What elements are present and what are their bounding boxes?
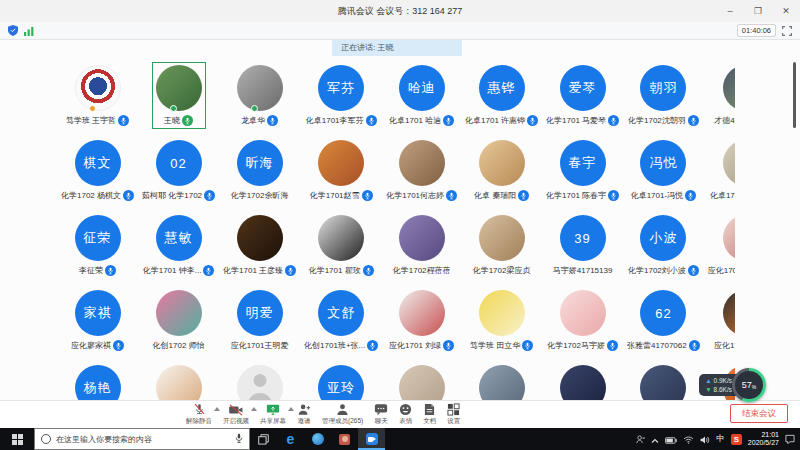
- participant-avatar: 朝羽: [640, 65, 686, 111]
- volume-icon[interactable]: [700, 430, 710, 448]
- document-icon: [424, 403, 435, 416]
- participant-tile[interactable]: 慧敏 化学1701 钟李...: [138, 212, 219, 287]
- participant-avatar: [237, 65, 283, 111]
- notification-center-icon[interactable]: [785, 430, 795, 448]
- participant-tile[interactable]: 化学1701赵雪: [300, 137, 382, 212]
- participant-tile[interactable]: 化学1702马宇娇: [542, 287, 623, 362]
- participant-tile[interactable]: [542, 362, 623, 400]
- participant-tile[interactable]: 爱琴 化学1701 马爱琴: [542, 62, 623, 137]
- tencent-meeting-app-icon[interactable]: [358, 428, 385, 450]
- docs-button[interactable]: 文档: [423, 403, 436, 426]
- participant-name: 笃学班 田立华: [470, 340, 520, 351]
- participant-tile[interactable]: [623, 362, 704, 400]
- status-badge: [170, 105, 177, 112]
- avatar-initials: 惠铧: [488, 79, 516, 97]
- participant-tile[interactable]: 哈迪 化卓1701 哈迪: [382, 62, 461, 137]
- participant-avatar: 军芬: [318, 65, 364, 111]
- participant-tile[interactable]: 化卓1701 史佳瑜: [704, 137, 735, 212]
- participant-tile[interactable]: 应化1701 刘绿: [382, 287, 461, 362]
- participant-tile[interactable]: 应化1701 魏韩: [704, 287, 735, 362]
- share-options-caret[interactable]: [288, 407, 294, 411]
- ime-indicator[interactable]: 中: [716, 433, 725, 445]
- start-video-button[interactable]: 开启视频: [223, 403, 249, 426]
- participant-avatar: [399, 365, 445, 400]
- fullscreen-icon[interactable]: [782, 22, 792, 40]
- emoji-button[interactable]: 表情: [399, 403, 412, 426]
- participant-tile[interactable]: 征荣 李征荣: [57, 212, 138, 287]
- participant-tile[interactable]: 龙卓华: [219, 62, 300, 137]
- unmute-button[interactable]: 解除静音: [186, 403, 212, 426]
- participant-tile[interactable]: 化学1702梁应贞: [461, 212, 542, 287]
- participant-tile[interactable]: 小波 化学1702刘小波: [623, 212, 704, 287]
- taskbar-search-input[interactable]: 在这里输入你要搜索的内容: [34, 428, 250, 450]
- end-meeting-button[interactable]: 结束会议: [730, 404, 788, 423]
- participant-tile[interactable]: 杨艳: [57, 362, 138, 400]
- mic-options-caret[interactable]: [214, 407, 220, 411]
- start-button[interactable]: [0, 428, 34, 450]
- participant-tile[interactable]: 军芬 化卓1701李军芬: [300, 62, 382, 137]
- avatar-initials: 爱琴: [569, 79, 597, 97]
- participant-tile[interactable]: [138, 362, 219, 400]
- video-options-caret[interactable]: [251, 407, 257, 411]
- participant-tile[interactable]: 笃学班 王宇哲: [57, 62, 138, 137]
- participant-name: 化学1702沈朝羽: [628, 115, 686, 126]
- participant-avatar: 文舒: [318, 290, 364, 336]
- participant-tile[interactable]: 昕海 化学1702余昕海: [219, 137, 300, 212]
- network-monitor-widget[interactable]: ▲ 0.9K/s ▼ 8.6K/s 57%: [699, 368, 766, 402]
- scrollbar[interactable]: [793, 62, 796, 128]
- participant-tile[interactable]: [219, 362, 300, 400]
- edge-icon[interactable]: e: [277, 428, 304, 450]
- participant-tile[interactable]: 文舒 化创1701班+张...: [300, 287, 382, 362]
- task-view-button[interactable]: [250, 428, 277, 450]
- participant-tile[interactable]: 春宇 化学1701 陈春宇: [542, 137, 623, 212]
- participant-tile[interactable]: 冯悦 化卓1701-冯悦: [623, 137, 704, 212]
- avatar-initials: 文舒: [327, 304, 355, 322]
- participant-tile[interactable]: 明爱 应化1701王明爱: [219, 287, 300, 362]
- search-mic-icon[interactable]: [235, 430, 243, 448]
- participant-tile[interactable]: 化学1701 瞿玫: [300, 212, 382, 287]
- photos-icon[interactable]: [331, 428, 358, 450]
- participant-name: 化学1701赵雪: [310, 190, 360, 201]
- mic-status-icon: [105, 265, 116, 276]
- participant-tile[interactable]: 王晓: [138, 62, 219, 137]
- invite-button[interactable]: 邀请: [297, 403, 311, 426]
- participant-tile[interactable]: 朝羽 化学1702沈朝羽: [623, 62, 704, 137]
- browser-icon[interactable]: [304, 428, 331, 450]
- participant-tile[interactable]: 应化1701杜欣宇...: [704, 212, 735, 287]
- participant-tile[interactable]: 笃学班 田立华: [461, 287, 542, 362]
- chat-button[interactable]: 聊天: [374, 403, 388, 426]
- titlebar[interactable]: 腾讯会议 会议号：312 164 277 – ❐ ✕: [0, 0, 800, 22]
- minimize-button[interactable]: –: [716, 0, 744, 22]
- participant-name: 应化1701 魏韩: [714, 340, 735, 351]
- participant-tile[interactable]: 39 马宇娇41715139: [542, 212, 623, 287]
- participant-tile[interactable]: 化学1702程蓓蓓: [382, 212, 461, 287]
- participant-name: 笃学班 王宇哲: [66, 115, 116, 126]
- participant-tile[interactable]: 化创1702 师怡: [138, 287, 219, 362]
- manage-members-button[interactable]: 管理成员(265): [322, 403, 363, 426]
- wifi-icon[interactable]: [683, 430, 694, 448]
- settings-button[interactable]: 设置: [447, 403, 460, 426]
- participant-tile[interactable]: 才德41707066: [704, 62, 735, 137]
- participant-tile[interactable]: 家祺 应化廖家祺: [57, 287, 138, 362]
- sogou-ime-icon[interactable]: S: [731, 434, 742, 445]
- participant-tile[interactable]: [382, 362, 461, 400]
- participant-avatar: [237, 365, 283, 400]
- participant-avatar: 惠铧: [479, 65, 525, 111]
- hidden-icons-chevron[interactable]: [651, 430, 659, 448]
- maximize-button[interactable]: ❐: [744, 0, 772, 22]
- participant-tile[interactable]: 化卓 秦瑞阳: [461, 137, 542, 212]
- participant-tile[interactable]: 62 张雅蕾41707062: [623, 287, 704, 362]
- participant-tile[interactable]: [461, 362, 542, 400]
- participant-tile[interactable]: 02 茹柯耶 化学1702: [138, 137, 219, 212]
- share-screen-button[interactable]: 共享屏幕: [260, 403, 286, 426]
- participant-tile[interactable]: 惠铧 化卓1701 许惠铧: [461, 62, 542, 137]
- memory-usage-ring[interactable]: 57%: [732, 368, 766, 402]
- people-tray-icon[interactable]: [636, 430, 645, 448]
- participant-tile[interactable]: 亚玲: [300, 362, 382, 400]
- battery-icon[interactable]: [665, 430, 677, 448]
- participant-tile[interactable]: 化学1701何志婷: [382, 137, 461, 212]
- participant-tile[interactable]: 棋文 化学1702 杨棋文: [57, 137, 138, 212]
- participant-tile[interactable]: 化学1701 王彦臻: [219, 212, 300, 287]
- taskbar-clock[interactable]: 21:01 2020/5/27: [748, 431, 779, 448]
- close-button[interactable]: ✕: [772, 0, 800, 22]
